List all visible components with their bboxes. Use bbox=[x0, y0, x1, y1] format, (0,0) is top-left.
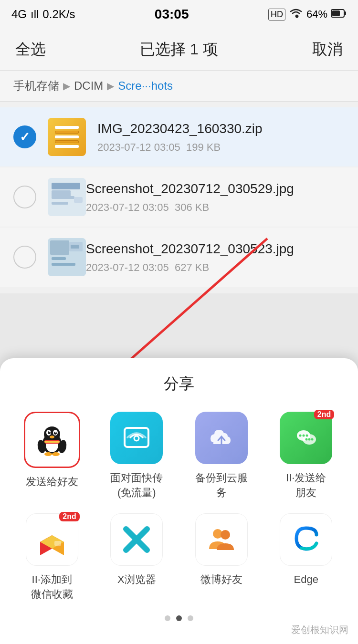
dot-1 bbox=[165, 615, 170, 621]
wxcollect-label: II·添加到微信收藏 bbox=[31, 572, 73, 602]
xbrowser-label: X浏览器 bbox=[117, 572, 156, 587]
face-transfer-label: 面对面快传(免流量) bbox=[110, 471, 163, 500]
share-row-1: 发送给好友 面对面快传(免流量) bbox=[0, 412, 358, 500]
share-item-wechat2[interactable]: 2nd II·发送给朋友 bbox=[270, 412, 342, 500]
pagination-dots bbox=[0, 615, 358, 621]
weibo-friends-icon bbox=[195, 513, 248, 566]
wechat2-send-label: II·发送给朋友 bbox=[286, 471, 326, 500]
file-checkbox-3[interactable] bbox=[13, 246, 36, 269]
svg-rect-44 bbox=[54, 541, 61, 546]
watermark: 爱创根知识网 bbox=[291, 623, 348, 636]
svg-rect-5 bbox=[52, 190, 71, 193]
edge-icon bbox=[280, 513, 332, 566]
share-item-weibofriends[interactable]: 微博好友 bbox=[186, 513, 257, 602]
svg-point-34 bbox=[134, 436, 139, 441]
svg-rect-2 bbox=[332, 10, 340, 16]
file-info-jpg1: Screenshot_20230712_030529.jpg 2023-07-1… bbox=[86, 180, 345, 214]
file-meta-zip: 2023-07-12 03:05 199 KB bbox=[97, 141, 345, 154]
selection-title: 已选择 1 项 bbox=[140, 39, 218, 60]
file-meta-jpg2: 2023-07-12 03:05 627 KB bbox=[86, 261, 345, 274]
svg-point-24 bbox=[49, 431, 50, 432]
breadcrumb-arrow-1: ▶ bbox=[63, 80, 70, 92]
svg-rect-7 bbox=[52, 202, 68, 205]
jpg1-thumbnail bbox=[48, 178, 86, 216]
breadcrumb-dcim[interactable]: DCIM bbox=[74, 79, 103, 93]
wifi-icon bbox=[289, 8, 303, 21]
file-list: IMG_20230423_160330.zip 2023-07-12 03:05… bbox=[0, 102, 358, 293]
edge-label: Edge bbox=[294, 572, 318, 587]
svg-point-40 bbox=[306, 434, 308, 436]
face-transfer-icon bbox=[110, 412, 163, 464]
status-bar: 4G ıll 0.2K/s 03:05 HD 64% bbox=[0, 0, 358, 29]
svg-point-39 bbox=[303, 434, 305, 436]
svg-point-25 bbox=[55, 432, 56, 433]
share-item-edge[interactable]: Edge bbox=[270, 513, 342, 602]
svg-point-31 bbox=[44, 452, 52, 456]
svg-point-38 bbox=[299, 434, 302, 436]
x-browser-icon bbox=[110, 513, 163, 566]
file-name-zip: IMG_20230423_160330.zip bbox=[97, 120, 345, 137]
svg-point-48 bbox=[221, 530, 230, 540]
signal-bars: ıll bbox=[31, 8, 39, 21]
qq-icon bbox=[26, 414, 78, 466]
svg-point-32 bbox=[52, 452, 60, 456]
share-item-xbrowser[interactable]: X浏览器 bbox=[101, 513, 172, 602]
status-time: 03:05 bbox=[155, 7, 189, 22]
breadcrumb: 手机存储 ▶ DCIM ▶ Scre···hots bbox=[0, 71, 358, 102]
wx-collect-icon-wrap: 2nd bbox=[26, 513, 78, 566]
svg-rect-4 bbox=[52, 184, 78, 187]
cancel-button[interactable]: 取消 bbox=[312, 39, 343, 60]
svg-rect-14 bbox=[71, 245, 79, 249]
share-sheet: 分享 bbox=[0, 358, 358, 644]
svg-rect-28 bbox=[44, 441, 60, 443]
file-info-zip: IMG_20230423_160330.zip 2023-07-12 03:05… bbox=[97, 120, 345, 154]
file-checkbox-2[interactable] bbox=[13, 186, 36, 208]
battery-icon bbox=[331, 8, 347, 21]
file-item-jpg1[interactable]: Screenshot_20230712_030529.jpg 2023-07-1… bbox=[0, 167, 358, 227]
breadcrumb-current[interactable]: Scre···hots bbox=[118, 79, 173, 93]
svg-rect-11 bbox=[52, 257, 66, 260]
select-all-button[interactable]: 全选 bbox=[15, 39, 46, 60]
file-item-jpg2[interactable]: Screenshot_20230712_030523.jpg 2023-07-1… bbox=[0, 228, 358, 287]
dot-2 bbox=[176, 615, 182, 621]
svg-rect-1 bbox=[344, 11, 346, 15]
svg-point-43 bbox=[311, 438, 314, 440]
file-name-jpg2: Screenshot_20230712_030523.jpg bbox=[86, 240, 345, 258]
file-name-jpg1: Screenshot_20230712_030529.jpg bbox=[86, 180, 345, 197]
file-item-zip[interactable]: IMG_20230423_160330.zip 2023-07-12 03:05… bbox=[0, 107, 358, 166]
svg-point-42 bbox=[308, 438, 311, 440]
share-item-cloud[interactable]: 备份到云服务 bbox=[186, 412, 257, 500]
share-item-wxcollect[interactable]: 2nd II·添加到微信收藏 bbox=[16, 513, 88, 602]
network-speed: 0.2K/s bbox=[42, 8, 75, 21]
dot-3 bbox=[188, 615, 193, 621]
zip-icon bbox=[48, 118, 86, 156]
cloud-backup-label: 备份到云服务 bbox=[195, 471, 248, 500]
cloud-backup-icon bbox=[195, 412, 248, 464]
share-item-qq[interactable]: 发送给好友 bbox=[16, 412, 88, 500]
battery-percent: 64% bbox=[306, 8, 327, 21]
svg-rect-8 bbox=[74, 197, 83, 203]
share-row-2: 2nd II·添加到微信收藏 X浏览器 bbox=[0, 513, 358, 602]
share-title: 分享 bbox=[0, 374, 358, 395]
svg-point-41 bbox=[305, 438, 308, 440]
signal-text: 4G bbox=[11, 8, 27, 21]
status-right: HD 64% bbox=[268, 8, 347, 21]
svg-rect-10 bbox=[50, 240, 69, 255]
svg-point-26 bbox=[50, 436, 54, 438]
svg-point-19 bbox=[44, 426, 60, 442]
share-item-face[interactable]: 面对面快传(免流量) bbox=[101, 412, 172, 500]
breadcrumb-storage[interactable]: 手机存储 bbox=[13, 78, 59, 93]
jpg2-thumbnail bbox=[48, 238, 86, 276]
status-left: 4G ıll 0.2K/s bbox=[11, 8, 75, 21]
file-meta-jpg1: 2023-07-12 03:05 306 KB bbox=[86, 201, 345, 214]
weibofriends-label: 微博好友 bbox=[200, 572, 242, 587]
file-info-jpg2: Screenshot_20230712_030523.jpg 2023-07-1… bbox=[86, 240, 345, 274]
action-bar: 全选 已选择 1 项 取消 bbox=[0, 29, 358, 71]
hd-badge: HD bbox=[268, 9, 285, 21]
wechat2-icon: 2nd bbox=[280, 412, 332, 464]
breadcrumb-arrow-2: ▶ bbox=[107, 80, 114, 92]
svg-rect-6 bbox=[52, 196, 74, 199]
file-checkbox-1[interactable] bbox=[13, 125, 36, 148]
qq-label: 发送给好友 bbox=[26, 475, 78, 489]
svg-rect-12 bbox=[52, 263, 75, 266]
